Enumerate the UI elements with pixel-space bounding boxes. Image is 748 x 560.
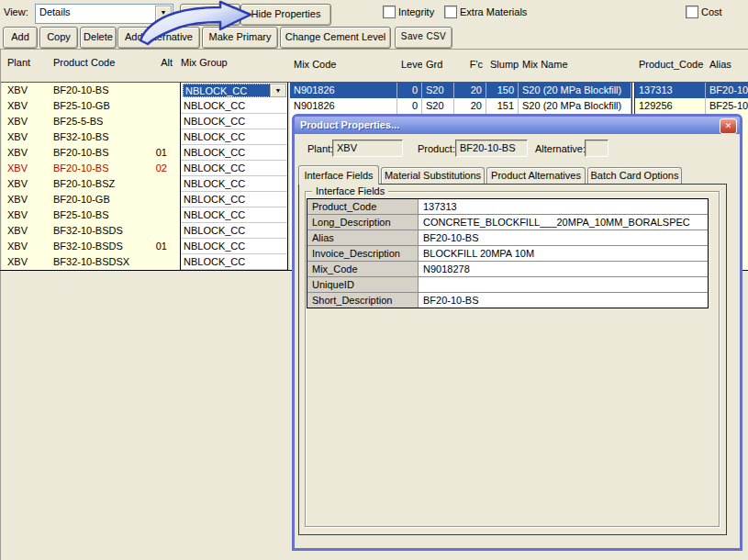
delete-button[interactable]: Delete	[80, 27, 117, 49]
cell-alias: BF20-10-BS	[706, 83, 748, 98]
cost-label: Cost	[701, 6, 722, 17]
cell-plant: XBV	[7, 256, 49, 267]
alternative-field[interactable]	[585, 140, 608, 157]
hide-properties-button[interactable]: Hide Properties	[240, 4, 331, 26]
property-value[interactable]: BF20-10-BS	[419, 293, 708, 308]
dialog-titlebar[interactable]: Product Properties...	[295, 117, 740, 134]
property-name: Long_Description	[307, 215, 419, 230]
property-name: Short_Description	[307, 293, 419, 308]
change-cement-level-button[interactable]: Change Cement Level	[280, 27, 391, 49]
tab-interface-fields[interactable]: Interface Fields	[298, 165, 379, 185]
cell-mix-group: NBLOCK_CC	[181, 114, 287, 129]
cell-plant: XBV	[7, 84, 49, 95]
chevron-down-icon[interactable]: ▼	[270, 84, 286, 97]
tab-product-alternatives[interactable]: Product Alternatives	[486, 167, 586, 184]
dialog-client-area: Plant: XBV Product: BF20-10-BS Alternati…	[295, 134, 740, 548]
cell-product-code: BF32-10-BSDSX	[53, 256, 143, 267]
cell-product-code: BF20-10-BS	[53, 162, 143, 174]
property-row: Short_DescriptionBF20-10-BS	[307, 293, 708, 308]
interface-fields-table: Product_Code137313Long_DescriptionCONCRE…	[307, 198, 709, 308]
cell-plant: XBV	[7, 147, 49, 158]
close-icon[interactable]: ✕	[720, 118, 737, 134]
cell-mix-group: NBLOCK_CC	[181, 223, 287, 239]
extra-materials-label: Extra Materials	[460, 6, 527, 17]
tab-batch-card-options[interactable]: Batch Card Options	[587, 167, 682, 184]
property-value[interactable]: BLOCKFILL 20MPA 10M	[419, 246, 708, 261]
grid-right-pane-row: N9018260S2020151S20 (20 MPa Blockfill)12…	[290, 98, 748, 114]
cell-product-code: BF32-10-BS	[53, 131, 143, 142]
application-window: View: Details ▼ S Hide Properties Integr…	[0, 0, 748, 560]
plant-field[interactable]: XBV	[332, 140, 403, 157]
property-row: Invoice_DescriptionBLOCKFILL 20MPA 10M	[307, 246, 708, 262]
extra-materials-checkbox[interactable]	[444, 6, 457, 18]
cell-plant: XBV	[7, 209, 49, 220]
view-dropdown-value: Details	[39, 6, 156, 17]
cell-mix-group: NBLOCK_CC	[181, 98, 287, 114]
cell-slump: 150	[486, 83, 519, 98]
cell-mix-code: N901826	[290, 83, 397, 98]
cell-mix-group: NBLOCK_CC	[181, 145, 287, 161]
add-button[interactable]: Add	[3, 27, 38, 49]
property-name: Alias	[307, 230, 419, 245]
save-csv-button[interactable]: Save CSV	[395, 27, 452, 49]
property-name: Product_Code	[307, 199, 419, 214]
view-dropdown[interactable]: Details ▼	[35, 4, 173, 24]
property-value[interactable]: N9018278	[419, 262, 708, 276]
mix-group-combobox[interactable]: NBLOCK_CC ▼	[180, 83, 288, 98]
property-row: UniqueID	[307, 277, 708, 293]
cell-plant: XBV	[7, 116, 49, 127]
cell-fc: 20	[454, 98, 486, 114]
property-value[interactable]: CONCRETE_BLOCKFILL___20MPA_10MM_BORALSPE…	[419, 215, 708, 230]
integrity-label: Integrity	[398, 6, 434, 17]
add-alternative-button[interactable]: Add Alternative	[117, 27, 200, 49]
cell-mix-group: NBLOCK_CC	[181, 254, 287, 270]
table-row[interactable]: XBVBF25-10-GBNBLOCK_CCN9018260S2020151S2…	[0, 98, 748, 114]
copy-button[interactable]: Copy	[39, 27, 78, 49]
tab-material-substitutions[interactable]: Material Substitutions	[381, 167, 485, 184]
cell-plant: XBV	[7, 131, 49, 142]
cell-alt: 01	[140, 241, 167, 252]
cell-slump: 151	[486, 98, 519, 114]
mix-group-selected-value: NBLOCK_CC	[183, 84, 271, 97]
cell-product-code: BF20-10-BS	[53, 147, 143, 158]
cell-plant: XBV	[7, 194, 49, 205]
property-name: UniqueID	[307, 277, 419, 292]
property-value[interactable]	[419, 277, 708, 292]
cell-product-code2: 137313	[635, 83, 706, 98]
cell-alt: 02	[140, 162, 167, 174]
cell-product-code: BF25-10-GB	[53, 100, 143, 111]
table-row[interactable]: XBVBF20-10-BS NBLOCK_CC ▼ N9018260S20201…	[0, 83, 748, 98]
chevron-down-icon[interactable]: ▼	[155, 6, 172, 22]
make-primary-button[interactable]: Make Primary	[202, 27, 278, 49]
property-row: Mix_CodeN9018278	[307, 262, 708, 277]
cell-product-code: BF32-10-BSDS	[53, 225, 143, 236]
cell-grd: S20	[422, 98, 454, 114]
toolbar-separator	[0, 49, 748, 50]
cell-plant: XBV	[7, 225, 49, 236]
cell-plant: XBV	[7, 100, 49, 111]
property-value[interactable]: BF20-10-BS	[419, 230, 708, 245]
groupbox-label: Interface Fields	[312, 185, 388, 196]
column-header-plant: Plant	[7, 57, 30, 70]
cell-plant: XBV	[7, 178, 49, 189]
cell-product-code: BF25-10-BS	[53, 209, 143, 220]
cell-mix-group: NBLOCK_CC	[181, 239, 287, 254]
column-header-alt: Alt	[145, 57, 173, 70]
property-row: Long_DescriptionCONCRETE_BLOCKFILL___20M…	[307, 215, 708, 230]
cell-plant: XBV	[7, 241, 49, 252]
grid-right-pane-row: N9018260S2020150S20 (20 MPa Blockfill)13…	[290, 83, 748, 98]
integrity-checkbox[interactable]	[383, 6, 396, 18]
product-label: Product:	[418, 143, 455, 154]
obscured-button[interactable]: S	[180, 4, 240, 26]
alternative-label: Alternative:	[535, 143, 586, 154]
cell-level: 0	[397, 98, 422, 114]
cell-product-code: BF25-5-BS	[53, 116, 143, 127]
cell-alias: BF25-10-	[706, 98, 748, 114]
property-value[interactable]: 137313	[419, 199, 708, 214]
cell-mix-group: NBLOCK_CC	[181, 161, 287, 176]
product-properties-dialog: Product Properties... ✕ Plant: XBV Produ…	[292, 114, 742, 551]
product-field[interactable]: BF20-10-BS	[455, 140, 528, 157]
cell-product-code: BF20-10-BS	[53, 84, 143, 95]
cost-checkbox[interactable]	[686, 6, 698, 18]
cell-mix-name: S20 (20 MPa Blockfill)	[519, 83, 631, 98]
